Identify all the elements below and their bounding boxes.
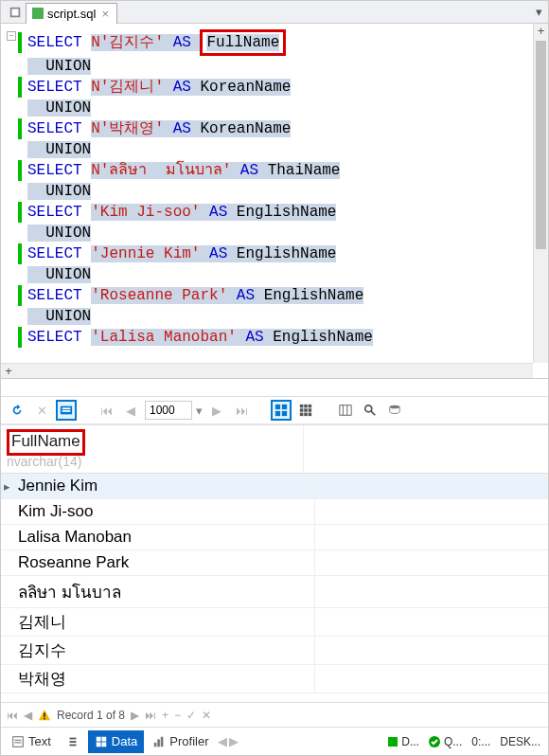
svg-rect-10 xyxy=(304,405,308,408)
grid-header[interactable]: FullName nvarchar(14) xyxy=(1,424,548,474)
code-line[interactable]: SELECT 'Jennie Kim' AS EnglishName xyxy=(18,243,533,264)
text-icon xyxy=(11,735,25,748)
change-bar xyxy=(18,118,22,139)
tab-close-icon[interactable]: × xyxy=(99,8,111,19)
nav-prev-icon[interactable]: ◀ xyxy=(24,709,32,722)
status-server: DESK... xyxy=(496,735,544,748)
code-line[interactable]: UNION xyxy=(18,139,533,160)
code-line[interactable]: UNION xyxy=(18,223,533,243)
column-name: FullName xyxy=(7,429,85,456)
svg-rect-38 xyxy=(388,737,398,747)
grid-cell[interactable]: 김제니 xyxy=(12,608,315,636)
scrollbar-thumb[interactable] xyxy=(536,41,546,249)
tab-profiler[interactable]: Profiler xyxy=(146,730,215,753)
last-page-icon[interactable]: ⏭ xyxy=(231,400,252,421)
table-row[interactable]: Lalisa Manoban xyxy=(1,525,548,550)
tab-data-label: Data xyxy=(112,734,137,748)
grid-cell[interactable]: Kim Ji-soo xyxy=(12,499,315,524)
nav-last-icon[interactable]: ⏭ xyxy=(145,709,156,722)
code-line[interactable]: UNION xyxy=(18,306,533,327)
small-grid-icon[interactable] xyxy=(295,400,316,421)
columns-icon[interactable] xyxy=(335,400,356,421)
table-row[interactable]: Kim Ji-soo xyxy=(1,499,548,525)
export-icon[interactable] xyxy=(384,400,405,421)
code-line[interactable]: UNION xyxy=(18,56,533,77)
first-page-icon[interactable]: ⏮ xyxy=(96,400,116,421)
nav-remove-icon[interactable]: − xyxy=(174,709,181,722)
change-bar xyxy=(18,160,22,181)
grid-view-icon[interactable] xyxy=(271,400,292,421)
row-indicator-icon xyxy=(1,608,12,636)
grid-cell[interactable]: Jennie Kim xyxy=(12,474,315,498)
svg-point-21 xyxy=(365,405,372,412)
code-line[interactable]: UNION xyxy=(18,181,533,202)
code-line[interactable]: SELECT 'Lalisa Manoban' AS EnglishName xyxy=(18,327,533,348)
code-line[interactable]: SELECT N'박채영' AS KoreanName xyxy=(18,118,533,139)
sql-editor[interactable]: − SELECT N'김지수' AS FullName UNIONSELECT … xyxy=(1,24,548,379)
table-row[interactable]: ลลิษา มโนบาล xyxy=(1,576,548,608)
code-line[interactable]: SELECT 'Kim Ji-soo' AS EnglishName xyxy=(18,202,533,223)
profiler-icon xyxy=(152,735,166,748)
tabs-prev-icon[interactable]: ◀ xyxy=(218,734,227,748)
table-row[interactable]: ▸Jennie Kim xyxy=(1,474,548,499)
table-row[interactable]: 김제니 xyxy=(1,608,548,637)
svg-rect-14 xyxy=(309,408,312,412)
refresh-icon[interactable] xyxy=(7,400,27,421)
sql-console-icon[interactable] xyxy=(5,2,26,23)
svg-rect-36 xyxy=(158,739,161,747)
svg-rect-5 xyxy=(275,405,280,409)
window-dropdown-icon[interactable]: ▾ xyxy=(536,5,542,19)
code-line[interactable]: SELECT N'김지수' AS FullName xyxy=(18,29,533,56)
add-editor-icon[interactable]: + xyxy=(534,24,548,39)
code-line[interactable]: SELECT N'ลลิษา มโนบาล' AS ThaiName xyxy=(18,160,533,181)
nav-add-icon[interactable]: + xyxy=(162,709,168,722)
vertical-scrollbar[interactable]: + xyxy=(533,24,548,363)
grid-cell[interactable]: Lalisa Manoban xyxy=(12,525,315,549)
nav-next-icon[interactable]: ▶ xyxy=(131,709,139,722)
code-line[interactable]: SELECT N'김제니' AS KoreanName xyxy=(18,77,533,98)
change-bar xyxy=(18,306,22,327)
code-line[interactable]: SELECT 'Roseanne Park' AS EnglishName xyxy=(18,285,533,306)
next-page-icon[interactable]: ▶ xyxy=(206,400,227,421)
grid-cell[interactable]: Roseanne Park xyxy=(12,550,315,575)
tab-filename: script.sql xyxy=(47,7,96,21)
page-size-dropdown-icon[interactable]: ▾ xyxy=(196,404,203,418)
table-row[interactable]: 박채영 xyxy=(1,665,548,693)
horizontal-scrollbar[interactable]: + xyxy=(1,363,533,378)
row-indicator-icon xyxy=(1,499,12,524)
prev-page-icon[interactable]: ◀ xyxy=(120,400,141,421)
row-indicator-icon: ▸ xyxy=(1,474,12,498)
tab-data[interactable]: Data xyxy=(88,730,144,753)
table-row[interactable]: 김지수 xyxy=(1,637,548,665)
svg-rect-15 xyxy=(300,413,304,417)
grid-cell[interactable]: ลลิษา มโนบาล xyxy=(12,576,315,607)
change-bar xyxy=(18,139,22,160)
code-line[interactable]: UNION xyxy=(18,264,533,285)
find-icon[interactable] xyxy=(360,400,381,421)
nav-revert-icon[interactable]: ✕ xyxy=(202,709,211,722)
nav-commit-icon[interactable]: ✓ xyxy=(186,709,196,722)
record-label: Record 1 of 8 xyxy=(57,709,125,722)
status-query[interactable]: Q... xyxy=(425,735,466,748)
page-size-input[interactable] xyxy=(145,401,192,420)
grid-cell[interactable]: 김지수 xyxy=(12,637,315,664)
nav-first-icon[interactable]: ⏮ xyxy=(7,709,18,722)
status-db[interactable]: D... xyxy=(384,735,423,748)
column-header[interactable]: FullName nvarchar(14) xyxy=(1,425,304,473)
add-panel-icon[interactable]: + xyxy=(1,364,16,378)
svg-rect-13 xyxy=(304,408,308,412)
status-timer: 0:... xyxy=(468,735,494,748)
file-tab[interactable]: script.sql × xyxy=(26,3,117,24)
grid-cell[interactable]: 박채영 xyxy=(12,665,315,693)
code-line[interactable]: UNION xyxy=(18,98,533,118)
tabs-next-icon[interactable]: ▶ xyxy=(229,734,239,748)
results-grid[interactable]: FullName nvarchar(14) ▸Jennie KimKim Ji-… xyxy=(1,424,548,702)
svg-rect-25 xyxy=(44,717,45,719)
tab-text[interactable]: Text xyxy=(5,730,58,753)
change-bar xyxy=(18,181,22,202)
cancel-icon[interactable]: ✕ xyxy=(31,400,52,421)
auto-refresh-icon[interactable] xyxy=(56,400,77,421)
warning-icon[interactable] xyxy=(38,709,51,722)
tab-transpose[interactable] xyxy=(60,730,86,753)
table-row[interactable]: Roseanne Park xyxy=(1,550,548,576)
